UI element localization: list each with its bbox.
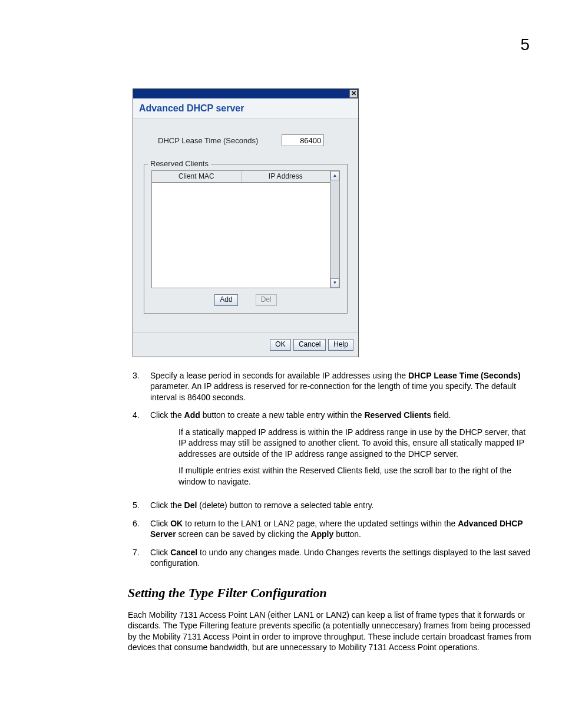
reserved-clients-fieldset: Reserved Clients Client MAC IP Address ▲… — [144, 164, 348, 314]
step-number: 5. — [133, 500, 150, 510]
text-part: field. — [431, 410, 451, 420]
cancel-button[interactable]: Cancel — [293, 339, 326, 351]
del-button[interactable]: Del — [256, 294, 277, 306]
fieldset-legend: Reserved Clients — [148, 159, 211, 168]
table-buttons: Add Del — [151, 294, 340, 306]
step-7: 7. Click Cancel to undo any changes made… — [133, 547, 533, 569]
dialog-titlebar: ✕ — [133, 89, 358, 98]
advanced-dhcp-dialog: ✕ Advanced DHCP server DHCP Lease Time (… — [133, 88, 359, 357]
col-ip-address: IP Address — [242, 171, 330, 182]
bold-text: OK — [170, 519, 183, 528]
lease-time-row: DHCP Lease Time (Seconds) — [144, 134, 348, 146]
step-number: 7. — [133, 547, 150, 569]
page-content: ✕ Advanced DHCP server DHCP Lease Time (… — [133, 88, 533, 653]
text-part: Click the — [150, 500, 184, 510]
step-6: 6. Click OK to return to the LAN1 or LAN… — [133, 518, 533, 540]
step-subtext: If a statically mapped IP address is wit… — [178, 427, 533, 459]
text-part: screen can be saved by clicking the — [176, 529, 311, 539]
table: Client MAC IP Address — [151, 170, 330, 288]
add-button[interactable]: Add — [214, 294, 237, 306]
col-client-mac: Client MAC — [152, 171, 242, 182]
bold-text: DHCP Lease Time (Seconds) — [408, 371, 521, 380]
help-button[interactable]: Help — [328, 339, 353, 351]
bold-text: Del — [184, 500, 197, 510]
page-number: 5 — [520, 35, 530, 54]
text-part: button. — [333, 529, 361, 539]
instructions: 3. Specify a lease period in seconds for… — [133, 370, 533, 653]
step-text: Click Cancel to undo any changes made. U… — [150, 547, 533, 569]
dialog-body: DHCP Lease Time (Seconds) Reserved Clien… — [133, 119, 358, 332]
text-part: button to create a new table entry withi… — [200, 410, 365, 420]
lease-time-label: DHCP Lease Time (Seconds) — [158, 136, 258, 145]
step-text: Click the Add button to create a new tab… — [150, 410, 533, 493]
bold-text: Add — [184, 410, 200, 420]
step-text: Specify a lease period in seconds for av… — [150, 370, 533, 403]
text-part: to undo any changes made. Undo Changes r… — [150, 548, 530, 568]
scroll-down-icon[interactable]: ▼ — [330, 278, 339, 288]
step-text: Click the Del (delete) button to remove … — [150, 500, 533, 510]
step-number: 4. — [133, 410, 150, 493]
bold-text: Reserved Clients — [364, 410, 431, 420]
text-part: (delete) button to remove a selected tab… — [197, 500, 373, 510]
text-part: Click — [150, 519, 170, 528]
reserved-clients-table: Client MAC IP Address ▲ ▼ — [151, 170, 340, 288]
dialog-title: Advanced DHCP server — [133, 98, 358, 119]
bold-text: Apply — [310, 529, 333, 539]
lease-time-input[interactable] — [282, 134, 324, 146]
text-part: Specify a lease period in seconds for av… — [150, 371, 408, 380]
scrollbar[interactable]: ▲ ▼ — [330, 170, 340, 288]
step-number: 6. — [133, 518, 150, 540]
text-part: to return to the LAN1 or LAN2 page, wher… — [183, 519, 458, 528]
step-5: 5. Click the Del (delete) button to remo… — [133, 500, 533, 510]
text-part: Click — [150, 548, 170, 557]
bold-text: Cancel — [170, 548, 197, 557]
ok-button[interactable]: OK — [270, 339, 291, 351]
step-3: 3. Specify a lease period in seconds for… — [133, 370, 533, 403]
step-subtext: If multiple entries exist within the Res… — [178, 465, 533, 487]
close-icon[interactable]: ✕ — [349, 90, 358, 98]
scroll-up-icon[interactable]: ▲ — [330, 171, 339, 180]
dialog-footer: OK Cancel Help — [133, 332, 358, 357]
section-heading: Setting the Type Filter Configuration — [128, 584, 533, 601]
step-4: 4. Click the Add button to create a new … — [133, 410, 533, 493]
table-header: Client MAC IP Address — [152, 171, 330, 183]
text-part: Click the — [150, 410, 184, 420]
section-paragraph: Each Mobility 7131 Access Point LAN (eit… — [128, 610, 533, 653]
step-number: 3. — [133, 370, 150, 403]
step-text: Click OK to return to the LAN1 or LAN2 p… — [150, 518, 533, 540]
text-part: parameter. An IP address is reserved for… — [150, 381, 516, 401]
